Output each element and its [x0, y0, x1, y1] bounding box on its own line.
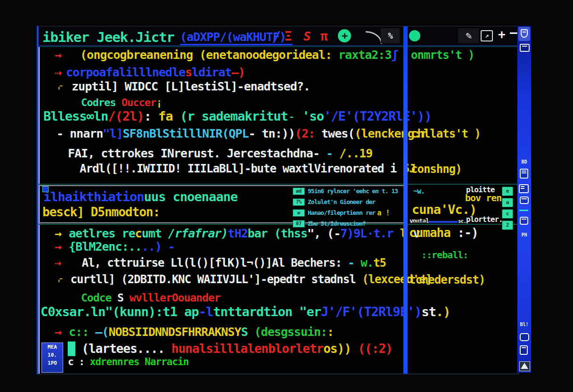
- document-icon[interactable]: [520, 169, 528, 179]
- code-line: ⇢Al, cttruirse Ll(l()[flK)l¬()]Al Becher…: [55, 257, 386, 269]
- code-line: Blless∞ln/(2l): fa (r sademakritut˗ 'so'…: [43, 110, 432, 123]
- line-marker-icon: →: [55, 49, 61, 61]
- code-line: C0xsar.ln"(kunn):t1 ap-ltnttardtion "erJ…: [41, 305, 450, 318]
- section-marker-icon: [42, 186, 49, 192]
- percent-indicator: %: [381, 28, 400, 43]
- progress-bar-track: [412, 222, 427, 223]
- gutter-line-2: 10.: [42, 351, 63, 359]
- warning-triangle-icon[interactable]: [519, 361, 530, 371]
- code-line: tchedersdst): [409, 274, 485, 286]
- title-slash: /: [273, 28, 281, 45]
- code-line: sc.: [458, 219, 466, 224]
- code-line: Codce S wvlllerOouander: [81, 292, 221, 303]
- status-badge[interactable]: e: [502, 187, 513, 196]
- red-bars-icon[interactable]: Ξ: [285, 29, 292, 43]
- code-line: Ardl([!!.IWIIID! IIILaBLl]-bute waxtlVir…: [80, 163, 416, 175]
- code-line: onmrts't ): [411, 49, 475, 61]
- code-line: ⌌curtll] (2DBITD.KNC WAIIVJLL']-epedtr s…: [56, 274, 432, 286]
- line-marker-icon: →: [55, 228, 61, 240]
- section-divider-accent: [39, 224, 519, 225]
- export-icon[interactable]: ↗: [481, 30, 493, 41]
- screen: ibiker Jeek.Jictr (aDXPP/(waKHUTF) / Ξ S…: [0, 0, 573, 392]
- terminal-window: ibiker Jeek.Jictr (aDXPP/(waKHUTF) / Ξ S…: [37, 26, 519, 375]
- badge-row: ad95in6 rylncer 'eehc en t. 13: [293, 187, 398, 196]
- code-line: █ (lartees.... hunalsilllalenblorletros)…: [68, 343, 393, 355]
- code-line: ~w.: [413, 188, 425, 196]
- code-line: Codres Ouccer¡: [81, 97, 162, 108]
- red-s-icon[interactable]: S: [303, 29, 311, 43]
- code-line: -nnarn"l]SF8nBlStilllNIR(QPL- tn:))(2: t…: [57, 128, 427, 140]
- line-gutter-widget: MEA 10. 1PO: [41, 343, 63, 373]
- sidebar-label-ph: PH: [517, 232, 531, 237]
- code-line: ::reball:: [421, 250, 468, 260]
- arc-icon: [366, 31, 382, 44]
- rounded-button-icon[interactable]: [520, 333, 529, 341]
- status-badge[interactable]: c: [502, 209, 513, 219]
- code-line: bov ren: [465, 193, 501, 203]
- pane-divider[interactable]: [403, 26, 408, 374]
- badge-row: 07Zbe 3t/Idreuscion?: [293, 219, 398, 228]
- plus-button[interactable]: +: [498, 27, 505, 41]
- badge-chip: 7%: [293, 198, 305, 206]
- badge-chip: 07: [293, 220, 305, 228]
- code-line: besck] D5nmodton:: [42, 206, 160, 219]
- gutter-line-3: 1PO: [42, 359, 63, 367]
- title-bar: ibiker Jeek.Jictr (aDXPP/(waKHUTF) / Ξ S…: [39, 26, 519, 46]
- line-marker-icon: →: [55, 241, 61, 253]
- badge-chip: ad: [293, 188, 305, 195]
- line-marker-icon: ⇢: [55, 66, 61, 79]
- teal-dash-icon: [519, 210, 528, 211]
- code-line: →c:: —(NOBSIIDNNDSFHRRAKNSYS (desgssuin:…: [55, 326, 334, 338]
- code-line: →(ongcogbreanening (enetanoodegorideal: …: [55, 49, 398, 61]
- section-divider: [39, 185, 403, 186]
- gutter-line-1: MEA: [42, 343, 63, 351]
- badge-row: 7%Zolulet'n Gioneer der: [293, 197, 398, 206]
- badge-chip: w: [293, 209, 305, 217]
- code-line: FAI, cttrokes INrerust. Jercestachdna- -…: [68, 147, 372, 160]
- frame-icon[interactable]: [520, 217, 528, 225]
- badge-list: ad95in6 rylncer 'eehc en t. 137%Zolulet'…: [293, 187, 398, 230]
- line-marker-icon: →: [55, 326, 61, 338]
- status-badge[interactable]: 2: [502, 220, 513, 230]
- line-marker-icon: ⇢: [55, 257, 61, 269]
- right-icon-sidebar: BD PH Bl!: [517, 26, 531, 373]
- code-line: conshng): [411, 163, 462, 175]
- code-line: →{BlM2enc:....) -: [55, 241, 175, 253]
- stacked-layers-icon[interactable]: [520, 345, 528, 355]
- code-line: ⌌zuptil] WIDCC [L]lestiSl]-enadtsed?.: [56, 81, 310, 93]
- code-line: vnutal: [409, 218, 429, 224]
- code-line: plortter.: [466, 216, 503, 224]
- card-icon[interactable]: [520, 44, 530, 52]
- status-badge[interactable]: a: [502, 198, 513, 207]
- shield-icon-active[interactable]: [518, 27, 530, 41]
- sidebar-label-bl: Bl!: [517, 322, 531, 327]
- line-marker-icon: -: [57, 128, 63, 140]
- code-line: chllats't ): [411, 128, 481, 140]
- line-marker-icon: ⌌: [56, 81, 62, 93]
- minimize-button[interactable]: –: [510, 26, 517, 40]
- panel-icon[interactable]: [519, 184, 529, 193]
- building-icon[interactable]: π: [320, 29, 328, 43]
- progress-bar: [428, 221, 458, 223]
- code-line: cumaha :-): [409, 227, 478, 239]
- sidebar-label-bd: BD: [517, 159, 531, 164]
- status-badge-column: eac2: [502, 187, 513, 232]
- edit-pencil-icon[interactable]: ✎: [458, 28, 479, 43]
- code-line: ilhaikthiationuus cnoenaane: [43, 190, 237, 204]
- rounded-panel-icon[interactable]: [520, 196, 529, 204]
- plus-circle-icon[interactable]: +: [338, 29, 351, 42]
- badge-row: wHanao/fileprtienn rera !: [293, 208, 398, 217]
- window-title: ibiker Jeek.Jictr: [42, 29, 174, 45]
- line-marker-icon: ⌌: [56, 274, 62, 286]
- section-divider-accent: [39, 184, 519, 185]
- code-line: ⇢corpoafalilllnedlesldirat—): [55, 66, 245, 79]
- green-dot-icon[interactable]: [409, 30, 420, 41]
- code-line: c : xdrennres Narracin: [68, 357, 188, 367]
